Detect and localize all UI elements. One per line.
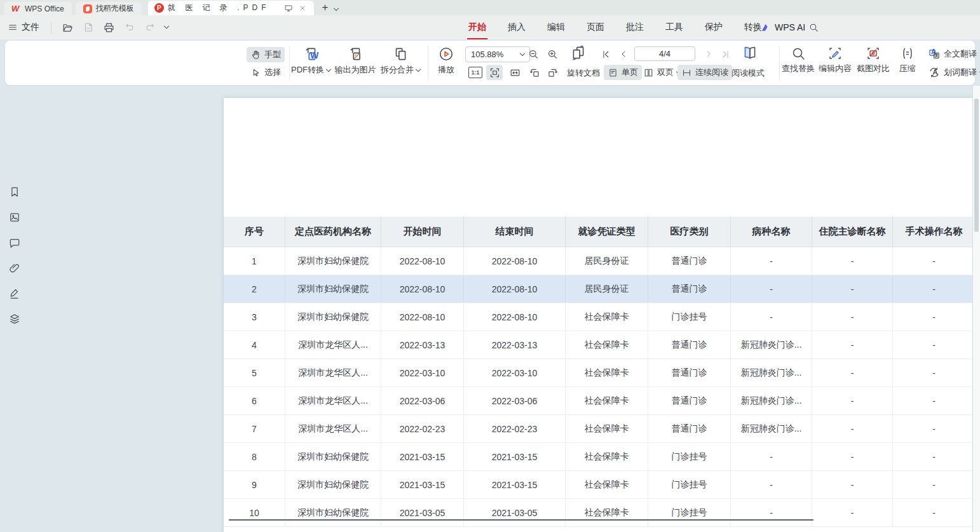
play-button[interactable]: 播放 [432,46,460,76]
tab-docer-templates[interactable]: 找稻壳模板 [76,2,142,15]
file-menu-button[interactable]: 文件 [8,22,39,33]
page-number-input[interactable] [634,46,695,61]
monitor-icon[interactable] [283,3,294,13]
table-cell: 社会保障卡 [566,387,648,414]
rotate-left-button[interactable] [526,65,543,80]
quick-access-toolbar [51,22,168,34]
table-cell: 2022-08-10 [381,275,464,303]
rotate-doc-label[interactable]: 旋转文档 [567,67,600,79]
single-page-icon [608,67,618,78]
comment-icon[interactable] [7,235,22,250]
full-translate-button[interactable]: A 全文翻译 [924,46,980,62]
split-merge-icon [392,46,409,62]
select-tool-label: 选择 [264,67,281,78]
previous-page-button[interactable] [615,46,632,62]
fit-page-button[interactable] [486,65,503,80]
wps-ai-button[interactable]: WPS AI [760,22,805,33]
wps-ai-label: WPS AI [775,22,805,32]
signature-icon[interactable] [7,286,22,301]
open-folder-icon[interactable] [62,22,74,34]
table-cell: 2021-03-15 [381,471,464,498]
quick-access-chevron-icon[interactable] [164,24,169,29]
actual-size-button[interactable]: 1:1 [467,65,484,80]
next-page-button[interactable] [700,46,717,62]
table-cell: - [893,443,974,470]
menu-search-icon[interactable] [808,22,819,33]
menu-item[interactable]: 编辑 [546,19,566,36]
table-cell: - [812,303,893,331]
table-cell: 2022-02-23 [381,415,464,442]
table-row: 4深圳市龙华区人...2022-03-132022-03-13社会保障卡普通门诊… [224,331,974,359]
table-bottom-border [229,519,813,521]
table-cell: - [812,471,893,498]
find-replace-button[interactable]: 查找替换 [782,46,815,74]
undo-icon[interactable] [124,22,135,33]
table-row: 8深圳市妇幼保健院2021-03-152021-03-15社会保障卡门诊挂号--… [224,443,974,471]
scrollbar-thumb[interactable] [974,99,979,232]
table-cell: 门诊挂号 [648,303,731,331]
table-cell: - [812,331,893,358]
table-cell: 8 [224,443,285,470]
table-row: 2深圳市妇幼保健院2022-08-102022-08-10居民身份证普通门诊--… [224,275,974,303]
bookmark-icon[interactable] [7,184,22,200]
zoom-level-control[interactable]: 105.88% [465,46,530,62]
compress-icon [900,46,915,61]
close-tab-icon[interactable] [297,3,308,13]
new-tab-button[interactable]: + [322,1,328,14]
select-tool-button[interactable]: 选择 [247,65,285,80]
last-page-button[interactable] [717,46,733,62]
layers-icon[interactable] [7,311,22,327]
tab-list-chevron-icon[interactable] [334,6,339,11]
tab-wps-office[interactable]: W WPS Office [4,2,72,15]
column-header: 开始时间 [381,217,464,247]
pdf-convert-button[interactable]: W PDF转换 [291,46,330,76]
rotate-pages-button[interactable] [568,45,589,60]
compress-button[interactable]: 压缩 [896,46,919,74]
thumbnail-icon[interactable] [7,210,22,225]
edit-content-button[interactable]: 编辑内容 [819,46,852,74]
print-icon[interactable] [103,22,115,34]
pdf-page[interactable]: 序号定点医药机构名称开始时间结束时间就诊凭证类型医疗类别病种名称住院主诊断名称手… [224,98,974,532]
table-cell: 深圳市龙华区人... [285,387,381,414]
single-page-button[interactable]: 单页 [604,65,642,80]
attachment-icon[interactable] [7,261,22,276]
menu-item[interactable]: 保护 [704,19,724,36]
screenshot-compare-button[interactable]: 截图对比 [857,46,890,74]
svg-text:A: A [933,68,938,76]
save-icon[interactable] [83,22,94,33]
table-cell: - [812,415,893,442]
rotate-right-icon [547,67,559,79]
table-cell: - [812,499,893,526]
menu-item[interactable]: 页面 [585,19,606,36]
table-cell: 普通门诊 [648,387,731,414]
menu-item[interactable]: 开始 [467,19,487,36]
menu-item[interactable]: 插入 [507,19,527,36]
rotate-left-icon [529,67,541,79]
document-viewport: 序号定点医药机构名称开始时间结束时间就诊凭证类型医疗类别病种名称住院主诊断名称手… [0,86,980,532]
word-translate-button[interactable]: A 划词翻译 [924,65,980,80]
hand-tool-button[interactable]: 手型 [247,47,285,62]
table-cell: - [731,443,812,470]
first-page-button[interactable] [597,46,614,62]
rotate-right-button[interactable] [544,65,561,80]
export-image-button[interactable]: 输出为图片 [334,46,376,76]
table-cell: 门诊挂号 [648,471,731,498]
split-merge-button[interactable]: 拆分合并 [380,46,421,76]
table-cell: 普通门诊 [648,415,731,442]
continuous-read-button[interactable]: 连续阅读 [677,65,732,80]
redo-icon[interactable] [144,22,156,33]
table-cell: 10 [224,499,285,526]
zoom-out-button[interactable] [525,46,541,62]
full-translate-label: 全文翻译 [944,48,977,60]
menu-item[interactable]: 批注 [625,19,645,36]
table-row: 9深圳市妇幼保健院2021-03-152021-03-15社会保障卡门诊挂号--… [224,471,974,499]
table-cell: 2022-03-10 [381,359,464,386]
read-mode-book-button[interactable] [740,45,760,60]
vertical-scrollbar[interactable] [972,86,980,532]
fit-width-button[interactable] [507,65,523,80]
read-mode-label[interactable]: 阅读模式 [732,67,765,79]
zoom-in-button[interactable] [544,46,561,62]
tab-document-pdf[interactable]: P 就 医 记 录 .PDF [148,1,315,15]
export-image-label: 输出为图片 [335,64,376,76]
menu-item[interactable]: 工具 [664,19,684,36]
